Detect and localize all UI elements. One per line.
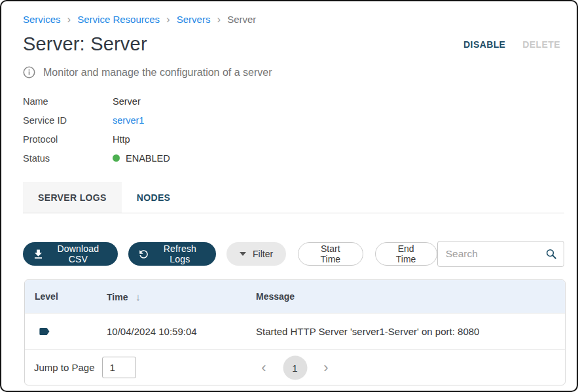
log-time-cell: 10/04/2024 10:59:04	[107, 326, 256, 337]
tab-nodes[interactable]: NODES	[122, 182, 186, 213]
previous-page-icon[interactable]: ‹	[253, 361, 275, 375]
logs-toolbar: Download CSV Refresh Logs Filter Start T…	[23, 241, 564, 267]
breadcrumb-separator: ›	[67, 13, 71, 25]
detail-label: Service ID	[23, 115, 113, 126]
download-csv-label: Download CSV	[50, 243, 106, 264]
delete-button[interactable]: DELETE	[522, 39, 560, 50]
column-header-level[interactable]: Level	[25, 291, 107, 302]
jump-to-page-input[interactable]	[102, 357, 136, 378]
server-logs-table: Level Time ↓ Message 10/04/2024 10:59:04…	[24, 279, 566, 385]
log-message-cell: Started HTTP Server 'server1-Server' on …	[256, 326, 565, 337]
sort-descending-icon[interactable]: ↓	[135, 291, 141, 302]
time-header-label: Time	[107, 292, 128, 302]
detail-label: Name	[23, 96, 113, 107]
filter-dropdown-button[interactable]: Filter	[226, 242, 286, 266]
refresh-icon	[137, 248, 150, 260]
breadcrumb-link-service-resources[interactable]: Service Resources	[77, 14, 160, 25]
detail-value-protocol: Http	[113, 134, 130, 145]
chevron-down-icon	[240, 252, 246, 256]
breadcrumb-link-servers[interactable]: Servers	[177, 14, 211, 25]
table-row[interactable]: 10/04/2024 10:59:04 Started HTTP Server …	[25, 313, 565, 349]
filter-label: Filter	[253, 249, 273, 259]
download-csv-button[interactable]: Download CSV	[23, 242, 118, 266]
status-enabled-dot	[113, 154, 120, 162]
download-icon	[32, 248, 45, 260]
start-time-button[interactable]: Start Time	[298, 242, 363, 266]
breadcrumb-separator: ›	[217, 13, 221, 25]
jump-to-page-label: Jump to Page	[34, 362, 95, 373]
app-window: Services › Service Resources › Servers ›…	[0, 0, 578, 392]
detail-row-service-id: Service ID server1	[23, 111, 564, 130]
breadcrumb-separator: ›	[166, 13, 170, 25]
detail-label: Protocol	[23, 134, 113, 145]
pagination: ‹ 1 ›	[253, 355, 337, 380]
breadcrumb-current: Server	[227, 14, 256, 25]
refresh-logs-label: Refresh Logs	[156, 243, 204, 264]
refresh-logs-button[interactable]: Refresh Logs	[128, 242, 216, 266]
current-page-button[interactable]: 1	[283, 355, 307, 380]
breadcrumb: Services › Service Resources › Servers ›…	[23, 13, 564, 25]
breadcrumb-link-services[interactable]: Services	[23, 14, 61, 25]
tab-server-logs[interactable]: SERVER LOGS	[23, 182, 122, 213]
disable-button[interactable]: DISABLE	[463, 39, 505, 50]
log-level-info-icon	[38, 325, 50, 338]
service-id-link[interactable]: server1	[113, 115, 144, 126]
header-actions: DISABLE DELETE	[463, 39, 564, 50]
search-icon[interactable]	[545, 248, 557, 260]
next-page-icon[interactable]: ›	[315, 361, 337, 375]
end-time-button[interactable]: End Time	[375, 242, 437, 266]
detail-row-protocol: Protocol Http	[23, 130, 564, 149]
info-icon	[23, 66, 35, 79]
column-header-message[interactable]: Message	[256, 291, 565, 302]
tab-bar: SERVER LOGS NODES	[23, 182, 564, 213]
server-details: Name Server Service ID server1 Protocol …	[23, 92, 564, 168]
detail-label: Status	[23, 153, 113, 164]
status-badge: ENABLED	[126, 153, 170, 164]
page-subtitle: Monitor and manage the configuration of …	[43, 67, 272, 79]
detail-row-name: Name Server	[23, 92, 564, 111]
detail-value-name: Server	[113, 96, 141, 107]
column-header-time[interactable]: Time ↓	[107, 291, 256, 302]
table-header-row: Level Time ↓ Message	[25, 280, 565, 313]
table-footer: Jump to Page ‹ 1 ›	[25, 349, 565, 385]
page-title: Server: Server	[23, 33, 147, 55]
search-box	[437, 241, 564, 267]
detail-row-status: Status ENABLED	[23, 149, 564, 168]
